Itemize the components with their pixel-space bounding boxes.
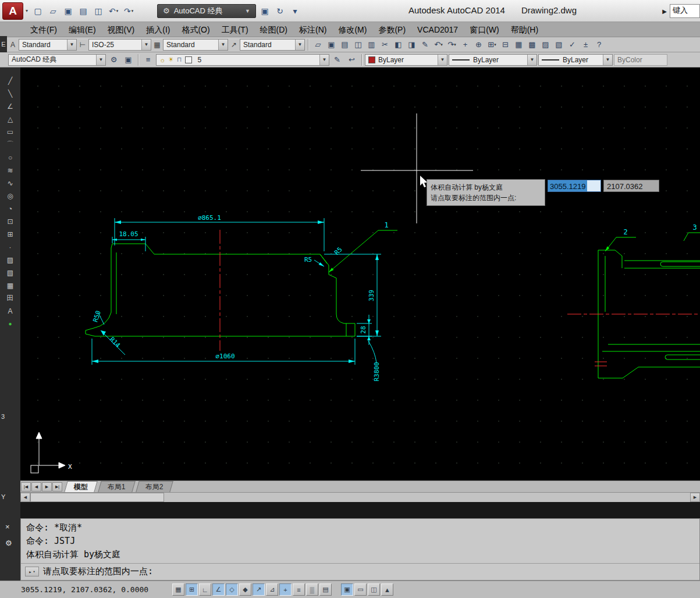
menu-item[interactable]: 编辑(E) (63, 22, 102, 37)
quick-view-drawings-button[interactable]: ◫ (368, 583, 380, 596)
coordinate-readout[interactable]: 3055.1219, 2107.0362, 0.0000 (21, 585, 171, 594)
command-options-button[interactable]: ▸ (25, 567, 39, 576)
linetype-combo[interactable]: ByLayer▼ (449, 54, 537, 66)
layer-combo[interactable]: ☼ ☀ ⊓ 5 ▼ (156, 54, 329, 66)
refresh-icon[interactable]: ↻ (272, 3, 287, 19)
menu-item[interactable]: 视图(V) (102, 22, 141, 37)
lwt-toggle[interactable]: ≡ (293, 583, 305, 596)
construction-line-icon[interactable]: ╲ (4, 87, 17, 99)
app-menu-arrow-icon[interactable]: ▾ (26, 8, 28, 13)
menu-item[interactable]: 标注(N) (293, 22, 332, 37)
workspace-save-icon[interactable]: ▣ (257, 3, 272, 19)
ortho-toggle[interactable]: ∟ (199, 583, 211, 596)
zoom-realtime-icon[interactable]: ⊕ (472, 38, 485, 51)
save-workspace-icon[interactable]: ▣ (122, 54, 135, 66)
table-style-combo[interactable]: Standard▼ (163, 39, 228, 51)
save-icon[interactable]: ▣ (61, 3, 76, 19)
menu-item[interactable]: 插入(I) (140, 22, 176, 37)
table-icon[interactable]: 田 (4, 292, 17, 304)
undo-icon[interactable]: ↶ (106, 3, 121, 19)
save-icon[interactable]: ▣ (325, 38, 338, 51)
ellipse-icon[interactable]: ◎ (4, 190, 17, 202)
open-icon[interactable]: ▱ (45, 3, 61, 19)
new-icon[interactable]: ▢ (30, 3, 45, 19)
undo-icon[interactable]: ↶ (432, 38, 445, 51)
help-icon[interactable]: ? (592, 38, 606, 51)
current-layer-dot-icon[interactable]: ● (4, 318, 17, 330)
lineweight-combo[interactable]: ByLayer▼ (538, 54, 613, 66)
make-object-layer-current-icon[interactable]: ✎ (331, 54, 344, 66)
rectangle-icon[interactable]: ▭ (4, 126, 17, 138)
menu-item[interactable]: 修改(M) (332, 22, 372, 37)
menu-item[interactable]: 绘图(D) (254, 22, 293, 37)
designcenter-icon[interactable]: ▩ (525, 38, 539, 51)
properties-icon[interactable]: ▦ (512, 38, 525, 51)
insert-block-icon[interactable]: ⊡ (4, 215, 17, 227)
horizontal-scrollbar[interactable]: ◀ ▶ (20, 492, 700, 502)
command-window[interactable]: 命令: *取消*命令: JSTJ体积自动计算 by杨文庭 ▸ 请点取要标注的范围… (20, 518, 700, 581)
dynamic-input-y-field[interactable]: 2107.0362 (603, 180, 659, 192)
layer-previous-icon[interactable]: ↩ (345, 54, 358, 66)
menu-item[interactable]: 帮助(H) (505, 22, 544, 37)
workspace-combo[interactable]: ⚙ AutoCAD 经典 ▼ (157, 4, 256, 18)
copy-icon[interactable]: ◧ (392, 38, 405, 51)
grid-toggle[interactable]: ⊞ (186, 583, 198, 596)
quickcalc-icon[interactable]: ± (579, 38, 592, 51)
osnap3d-toggle[interactable]: ◆ (239, 583, 251, 596)
text-style-combo[interactable]: Standard▼ (19, 39, 77, 51)
menu-item[interactable]: 窗口(W) (464, 22, 505, 37)
layer-color-swatch[interactable] (185, 56, 192, 63)
menu-item[interactable]: 格式(O) (176, 22, 215, 37)
layer-lock-icon[interactable]: ⊓ (177, 56, 182, 63)
app-menu-button[interactable]: A (2, 2, 23, 20)
infocenter-search-input[interactable]: 键入 (670, 4, 700, 18)
tab-nav-button[interactable]: ▶| (52, 482, 62, 492)
ducs-toggle[interactable]: ⊿ (266, 583, 278, 596)
arc-icon[interactable]: ⌒ (4, 138, 17, 151)
polyline-icon[interactable]: ∠ (4, 100, 17, 112)
cut-icon[interactable]: ✂ (378, 38, 392, 51)
match-properties-icon[interactable]: ✎ (418, 38, 432, 51)
workspace-toolbar-combo[interactable]: AutoCAD 经典▼ (8, 54, 106, 66)
plot-icon[interactable]: ▤ (76, 3, 91, 19)
zoom-window-icon[interactable]: ⊞ (485, 38, 499, 51)
plot-icon[interactable]: ▤ (338, 38, 351, 51)
region-icon[interactable]: ▦ (4, 279, 17, 291)
menu-item[interactable]: 文件(F) (24, 22, 63, 37)
dyn-toggle[interactable]: + (279, 583, 292, 596)
dim-style-combo[interactable]: ISO-25▼ (88, 39, 151, 51)
markup-icon[interactable]: ✓ (566, 38, 579, 51)
scrollbar-track[interactable] (164, 493, 690, 502)
paste-icon[interactable]: ◨ (405, 38, 418, 51)
model-space-button[interactable]: ▣ (341, 583, 353, 596)
quick-properties-toggle[interactable]: ▤ (319, 583, 332, 596)
otrack-toggle[interactable]: ↗ (253, 583, 265, 596)
polygon-icon[interactable]: △ (4, 113, 17, 125)
layout-tab[interactable]: 布局1 (98, 481, 135, 492)
publish-icon[interactable]: ▥ (365, 38, 378, 51)
snap-toggle[interactable]: ▦ (172, 583, 184, 596)
menu-item[interactable]: VCAD2017 (411, 22, 464, 37)
mtext-icon[interactable]: A (4, 305, 17, 317)
open-icon[interactable]: ▱ (311, 38, 325, 51)
transparency-toggle[interactable]: ▒ (306, 583, 318, 596)
sheet-set-manager-icon[interactable]: ▧ (552, 38, 566, 51)
layout-tab[interactable]: 模型 (64, 481, 97, 492)
toolbar-overflow-icon[interactable]: ▾ (287, 3, 303, 19)
tab-nav-button[interactable]: ◀ (31, 482, 41, 492)
mleader-style-combo[interactable]: Standard▼ (240, 39, 305, 51)
wrench-icon[interactable]: ⚙ (5, 539, 12, 547)
dynamic-input-x-field[interactable]: 3055.1219 (548, 180, 601, 192)
scrollbar-thumb[interactable] (30, 493, 164, 502)
polar-toggle[interactable]: ∠ (212, 583, 225, 596)
tab-nav-button[interactable]: ▶ (42, 482, 52, 492)
pan-icon[interactable]: + (459, 38, 472, 51)
redo-icon[interactable]: ↷ (445, 38, 459, 51)
layer-on-bulb-icon[interactable]: ☼ (159, 56, 165, 63)
infocenter-arrow-icon[interactable]: ▶ (662, 8, 667, 15)
layout-tab[interactable]: 布局2 (136, 481, 173, 492)
command-window-close-icon[interactable]: × (5, 522, 10, 531)
point-icon[interactable]: ∙ (4, 241, 17, 253)
layer-thaw-sun-icon[interactable]: ☀ (168, 56, 174, 63)
spline-icon[interactable]: ∿ (4, 177, 17, 189)
